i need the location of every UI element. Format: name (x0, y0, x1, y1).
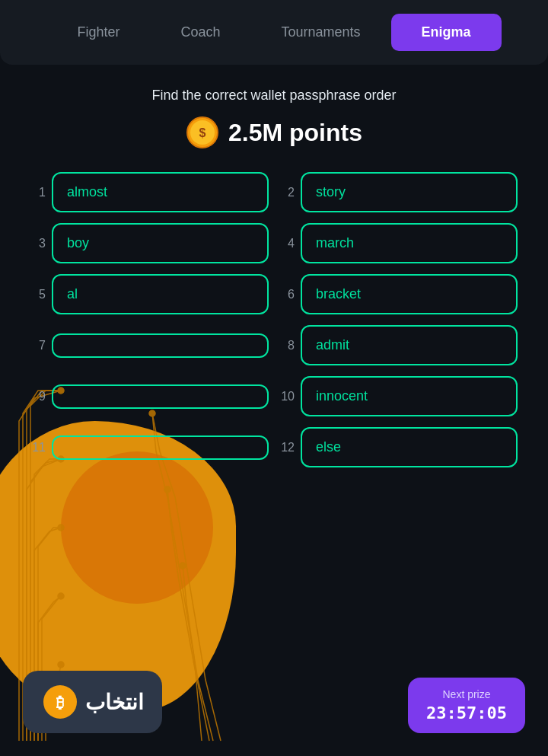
points-display: 2.5M points (228, 119, 362, 147)
word-box-4[interactable]: march (301, 223, 518, 263)
word-number-10: 10 (279, 390, 295, 404)
word-box-2[interactable]: story (301, 172, 518, 212)
svg-text:₿: ₿ (56, 694, 64, 711)
subtitle: Find the correct wallet passphrase order (15, 88, 533, 104)
word-grid: 1 almost 2 story 3 boy 4 march 5 al 6 br… (15, 172, 533, 467)
tab-tournaments[interactable]: Tournaments (250, 14, 390, 51)
word-box-6[interactable]: bracket (301, 274, 518, 314)
word-box-7[interactable] (52, 333, 269, 358)
points-row: $ 2.5M points (15, 116, 533, 149)
tab-enigma[interactable]: Enigma (391, 14, 502, 51)
word-number-11: 11 (30, 441, 46, 455)
next-prize-label: Next prize (426, 688, 507, 700)
word-row-10: 10 innocent (279, 376, 518, 416)
svg-text:$: $ (199, 126, 206, 139)
word-box-12[interactable]: else (301, 427, 518, 467)
word-row-12: 12 else (279, 427, 518, 467)
word-box-10[interactable]: innocent (301, 376, 518, 416)
tab-bar: Fighter Coach Tournaments Enigma (0, 0, 548, 65)
word-number-9: 9 (30, 390, 46, 404)
word-box-9[interactable] (52, 384, 269, 409)
word-box-8[interactable]: admit (301, 325, 518, 365)
word-box-1[interactable]: almost (52, 172, 269, 212)
word-number-5: 5 (30, 288, 46, 301)
word-box-5[interactable]: al (52, 274, 269, 314)
main-content: Find the correct wallet passphrase order… (0, 65, 548, 467)
word-row-8: 8 admit (279, 325, 518, 365)
word-row-5: 5 al (30, 274, 269, 314)
word-row-3: 3 boy (30, 223, 269, 263)
word-row-2: 2 story (279, 172, 518, 212)
word-row-9: 9 (30, 376, 269, 416)
word-row-7: 7 (30, 325, 269, 365)
bitcoin-logo-icon: ₿ (41, 683, 79, 721)
word-number-3: 3 (30, 237, 46, 250)
logo-text: انتخاب (85, 690, 144, 715)
word-number-4: 4 (279, 237, 295, 250)
yellow-blob-bg-2 (61, 451, 213, 604)
word-row-4: 4 march (279, 223, 518, 263)
word-number-2: 2 (279, 186, 295, 199)
tab-fighter[interactable]: Fighter (46, 14, 150, 51)
word-row-11: 11 (30, 427, 269, 467)
coin-icon: $ (186, 116, 219, 149)
word-number-1: 1 (30, 186, 46, 199)
word-number-7: 7 (30, 339, 46, 352)
word-number-12: 12 (279, 441, 295, 455)
word-row-1: 1 almost (30, 172, 269, 212)
next-prize-timer: 23:57:05 (426, 703, 507, 723)
word-box-11[interactable] (52, 435, 269, 460)
word-number-6: 6 (279, 288, 295, 301)
word-number-8: 8 (279, 339, 295, 352)
word-row-6: 6 bracket (279, 274, 518, 314)
logo-badge: ₿ انتخاب (23, 671, 162, 733)
next-prize-box: Next prize 23:57:05 (408, 678, 525, 733)
tab-coach[interactable]: Coach (150, 14, 250, 51)
word-box-3[interactable]: boy (52, 223, 269, 263)
